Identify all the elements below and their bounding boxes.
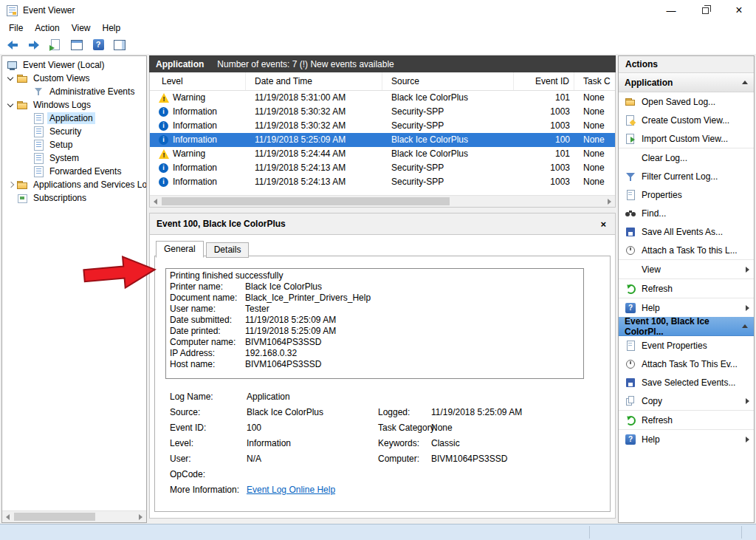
scroll-right-icon[interactable] bbox=[604, 196, 615, 207]
actions-section-event-100[interactable]: Event 100, Black Ice ColorPl... bbox=[619, 317, 754, 336]
event-log-online-help-link[interactable]: Event Log Online Help bbox=[247, 482, 335, 498]
tab-general[interactable]: General bbox=[156, 241, 204, 258]
event-row[interactable]: iInformation 11/19/2018 5:24:13 AM Secur… bbox=[150, 161, 615, 175]
action-find[interactable]: Find... bbox=[619, 204, 754, 222]
preview-tabs: General Details bbox=[156, 241, 251, 258]
event-row[interactable]: !Warning 11/19/2018 5:24:44 AM Black Ice… bbox=[150, 147, 615, 161]
log-icon bbox=[33, 166, 44, 177]
action-open-saved-log[interactable]: Open Saved Log... bbox=[619, 92, 754, 111]
tree-item-windows-logs[interactable]: Windows Logs bbox=[2, 98, 146, 112]
tree-item-applications-and-services[interactable]: Applications and Services Lo bbox=[2, 178, 146, 191]
column-source[interactable]: Source bbox=[382, 72, 514, 90]
tree-item-subscriptions[interactable]: Subscriptions bbox=[2, 191, 146, 205]
chevron-expanded-icon[interactable] bbox=[7, 100, 16, 109]
chevron-collapsed-icon[interactable] bbox=[7, 180, 16, 189]
show-console-tree-button[interactable] bbox=[69, 38, 85, 52]
action-refresh-event[interactable]: Refresh bbox=[619, 410, 754, 429]
scrollbar-thumb[interactable] bbox=[14, 513, 95, 521]
tree-horizontal-scrollbar[interactable] bbox=[2, 510, 146, 522]
log-icon bbox=[33, 113, 44, 123]
tree-item-forwarded-events[interactable]: Forwarded Events bbox=[2, 165, 146, 178]
field-value: BIVM1064PS3SSD bbox=[245, 359, 321, 370]
field-value: 11/19/2018 5:25:09 AM bbox=[245, 315, 336, 326]
collapse-section-icon[interactable] bbox=[742, 81, 748, 84]
action-help-event[interactable]: ?Help bbox=[619, 429, 754, 448]
event-row-selected[interactable]: iInformation 11/19/2018 5:25:09 AM Black… bbox=[150, 133, 615, 147]
event-row[interactable]: iInformation 11/19/2018 5:24:13 AM Secur… bbox=[150, 175, 615, 189]
action-view[interactable]: View bbox=[619, 259, 754, 278]
tree-item-custom-views[interactable]: Custom Views bbox=[2, 72, 146, 85]
tab-details[interactable]: Details bbox=[206, 242, 250, 258]
scroll-right-icon[interactable] bbox=[135, 511, 146, 522]
event-task: None bbox=[574, 91, 615, 105]
menu-action[interactable]: Action bbox=[29, 21, 65, 35]
event-level: Information bbox=[173, 119, 217, 133]
column-event-id[interactable]: Event ID bbox=[514, 72, 574, 90]
tree-item-system[interactable]: System bbox=[2, 151, 146, 165]
action-help[interactable]: ?Help bbox=[619, 298, 754, 317]
action-filter-current-log[interactable]: Filter Current Log... bbox=[619, 167, 754, 185]
column-date-time[interactable]: Date and Time bbox=[246, 72, 382, 90]
import-custom-view-icon bbox=[625, 133, 636, 145]
action-clear-log[interactable]: Clear Log... bbox=[619, 148, 754, 167]
event-source: Security-SPP bbox=[382, 161, 514, 175]
chevron-placeholder bbox=[23, 114, 32, 123]
close-button[interactable]: × bbox=[722, 0, 756, 21]
tree-item-security[interactable]: Security bbox=[2, 125, 146, 138]
event-row[interactable]: iInformation 11/19/2018 5:30:32 AM Secur… bbox=[150, 119, 615, 133]
scroll-left-icon[interactable] bbox=[150, 196, 161, 207]
toolbar: ? bbox=[0, 35, 756, 55]
event-datetime: 11/19/2018 5:30:32 AM bbox=[246, 105, 382, 119]
scroll-left-icon[interactable] bbox=[2, 511, 13, 522]
event-id: 100 bbox=[514, 133, 574, 147]
restore-button[interactable] bbox=[688, 0, 722, 21]
scrollbar-thumb[interactable] bbox=[162, 197, 450, 205]
export-log-icon bbox=[49, 39, 62, 51]
field-value: Black_Ice_Printer_Drivers_Help bbox=[245, 293, 371, 304]
menu-help[interactable]: Help bbox=[97, 21, 127, 35]
action-import-custom-view[interactable]: Import Custom View... bbox=[619, 129, 754, 148]
column-level[interactable]: Level bbox=[150, 72, 246, 90]
event-row[interactable]: !Warning 11/19/2018 5:31:00 AM Black Ice… bbox=[150, 91, 615, 105]
back-button[interactable] bbox=[4, 38, 21, 52]
event-task: None bbox=[574, 147, 615, 161]
event-viewer-window: Event Viewer — × File Action View Help ?… bbox=[0, 0, 756, 540]
tree-item-administrative-events[interactable]: Administrative Events bbox=[2, 85, 146, 98]
export-log-button[interactable] bbox=[47, 38, 63, 52]
event-source: Security-SPP bbox=[382, 105, 514, 119]
event-datetime: 11/19/2018 5:25:09 AM bbox=[246, 133, 382, 147]
menu-view[interactable]: View bbox=[66, 21, 97, 35]
preview-close-button[interactable]: × bbox=[600, 219, 606, 230]
column-task-category[interactable]: Task C bbox=[574, 72, 615, 90]
collapse-section-icon[interactable] bbox=[742, 324, 748, 328]
minimize-button[interactable]: — bbox=[654, 0, 688, 21]
help-toolbar-button[interactable]: ? bbox=[90, 38, 106, 52]
event-row[interactable]: iInformation 11/19/2018 5:30:32 AM Secur… bbox=[150, 105, 615, 119]
action-save-selected-events[interactable]: Save Selected Events... bbox=[619, 373, 754, 392]
action-refresh[interactable]: Refresh bbox=[619, 278, 754, 298]
actions-section-application[interactable]: Application bbox=[619, 73, 754, 92]
action-attach-task-to-log[interactable]: Attach a Task To this L... bbox=[619, 241, 754, 259]
meta-label: Logged: bbox=[378, 405, 431, 420]
action-copy[interactable]: Copy bbox=[619, 392, 754, 410]
list-horizontal-scrollbar[interactable] bbox=[150, 195, 615, 207]
tree-item-event-viewer-local[interactable]: Event Viewer (Local) bbox=[2, 58, 146, 72]
event-id: 1003 bbox=[514, 119, 574, 133]
tree-item-setup[interactable]: Setup bbox=[2, 138, 146, 151]
action-create-custom-view[interactable]: Create Custom View... bbox=[619, 111, 754, 129]
action-properties[interactable]: Properties bbox=[619, 185, 754, 204]
meta-value: Information bbox=[247, 436, 378, 451]
menu-file[interactable]: File bbox=[3, 21, 29, 35]
event-id: 1003 bbox=[514, 105, 574, 119]
chevron-expanded-icon[interactable] bbox=[7, 74, 16, 83]
action-event-properties[interactable]: Event Properties bbox=[619, 336, 754, 355]
action-save-all-events-as[interactable]: Save All Events As... bbox=[619, 222, 754, 241]
action-pane-button[interactable] bbox=[111, 38, 128, 52]
action-attach-task-to-event[interactable]: Attach Task To This Ev... bbox=[619, 355, 754, 373]
forward-button[interactable] bbox=[26, 38, 42, 52]
action-pane-icon bbox=[113, 39, 126, 51]
annotation-arrow-shape bbox=[83, 254, 156, 291]
menu-bar: File Action View Help bbox=[0, 21, 756, 36]
field-value: Tester bbox=[245, 304, 269, 315]
tree-item-application[interactable]: Application bbox=[2, 112, 146, 125]
